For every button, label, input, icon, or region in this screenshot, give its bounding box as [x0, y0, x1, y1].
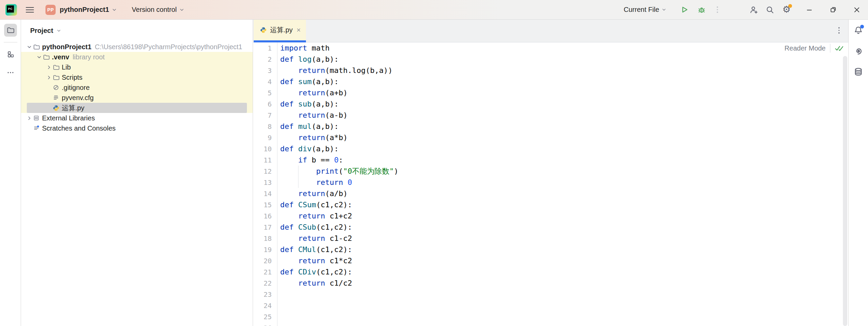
main-menu-hamburger-icon[interactable]: [26, 7, 34, 13]
code-line[interactable]: 16 return c1+c2: [253, 210, 848, 222]
project-avatar[interactable]: PP: [45, 5, 56, 15]
code-line[interactable]: 6def sub(a,b):: [253, 98, 848, 110]
version-control-menu[interactable]: Version control: [132, 6, 177, 14]
tree-item-Scripts[interactable]: Scripts: [21, 72, 253, 82]
debug-button[interactable]: [697, 5, 706, 14]
chevron-down-icon: [112, 7, 117, 13]
code-line-text: [277, 311, 280, 322]
line-number[interactable]: 21: [253, 266, 277, 277]
chevron-down-icon[interactable]: [35, 54, 43, 60]
editor-scrollbar[interactable]: [843, 56, 847, 326]
chevron-right-icon[interactable]: [25, 115, 33, 121]
project-name[interactable]: pythonProject1: [60, 6, 109, 14]
code-editor[interactable]: 1import math2def log(a,b):3 return(math.…: [253, 42, 848, 326]
project-panel-header[interactable]: Project: [21, 20, 253, 42]
line-number[interactable]: 8: [253, 121, 277, 132]
run-button[interactable]: [680, 5, 689, 14]
tree-item-pyvenv.cfg[interactable]: pyvenv.cfg: [21, 93, 253, 103]
tree-item-pythonProject1[interactable]: pythonProject1C:\Users\86198\PycharmProj…: [21, 42, 253, 52]
code-line[interactable]: 12 print("0不能为除数"): [253, 166, 848, 177]
code-line[interactable]: 22 return c1/c2: [253, 277, 848, 289]
tab-close-icon[interactable]: [296, 27, 301, 33]
tree-item-.venv[interactable]: .venvlibrary root: [21, 52, 253, 62]
code-line[interactable]: 18 return c1-c2: [253, 233, 848, 244]
code-line[interactable]: 23: [253, 289, 848, 300]
run-configuration-selector[interactable]: Current File: [624, 6, 659, 14]
line-number[interactable]: 4: [253, 76, 277, 87]
line-number[interactable]: 2: [253, 54, 277, 65]
code-line-text: return c1-c2: [277, 233, 352, 244]
code-line[interactable]: 7 return(a-b): [253, 110, 848, 121]
code-line[interactable]: 2def log(a,b):: [253, 54, 848, 65]
line-number[interactable]: 15: [253, 199, 277, 210]
line-number[interactable]: 19: [253, 244, 277, 255]
code-line[interactable]: 1import math: [253, 42, 848, 54]
database-icon[interactable]: [854, 67, 863, 76]
code-line[interactable]: 11 if b == 0:: [253, 154, 848, 166]
line-number[interactable]: 18: [253, 233, 277, 244]
line-number[interactable]: 7: [253, 110, 277, 121]
code-line[interactable]: 13 return 0: [253, 177, 848, 188]
window-close-button[interactable]: [853, 6, 861, 14]
code-line[interactable]: 10def div(a,b):: [253, 143, 848, 154]
editor-tab[interactable]: 运算.py: [254, 20, 306, 42]
settings-gear-icon[interactable]: ⚙: [783, 5, 791, 14]
line-number[interactable]: 17: [253, 222, 277, 233]
code-line[interactable]: 5 return(a+b): [253, 87, 848, 98]
line-number[interactable]: 5: [253, 87, 277, 98]
reader-mode-widget[interactable]: Reader Mode: [785, 44, 844, 53]
code-line[interactable]: 15def CSum(c1,c2):: [253, 199, 848, 210]
code-line[interactable]: 3 return(math.log(b,a)): [253, 65, 848, 76]
chevron-down-icon[interactable]: [25, 44, 33, 50]
line-number[interactable]: 12: [253, 166, 277, 177]
line-number[interactable]: 9: [253, 132, 277, 143]
line-number[interactable]: 10: [253, 143, 277, 154]
line-number[interactable]: 23: [253, 289, 277, 300]
code-line[interactable]: 4def sum(a,b):: [253, 76, 848, 87]
code-line[interactable]: 17def CSub(c1,c2):: [253, 222, 848, 233]
window-minimize-button[interactable]: [806, 6, 813, 14]
code-line[interactable]: 19def CMul(c1,c2):: [253, 244, 848, 255]
code-line[interactable]: 9 return(a*b): [253, 132, 848, 143]
line-number[interactable]: 24: [253, 300, 277, 311]
ai-assistant-icon[interactable]: [854, 46, 863, 56]
code-with-me-user-icon[interactable]: [749, 5, 758, 14]
code-line[interactable]: 8def mul(a,b):: [253, 121, 848, 132]
line-number[interactable]: 13: [253, 177, 277, 188]
line-number[interactable]: 25: [253, 311, 277, 322]
more-actions-icon[interactable]: [717, 6, 718, 13]
inspections-ok-check-icon[interactable]: [835, 45, 844, 52]
library-icon: [33, 115, 40, 121]
line-number[interactable]: 14: [253, 188, 277, 199]
tree-item-Lib[interactable]: Lib: [21, 62, 253, 72]
more-toolwindows-button[interactable]: [4, 66, 17, 79]
code-line[interactable]: 14 return(a/b): [253, 188, 848, 199]
line-number[interactable]: 11: [253, 154, 277, 166]
chevron-right-icon[interactable]: [45, 75, 53, 80]
line-number[interactable]: 16: [253, 210, 277, 222]
project-toolwindow-button[interactable]: [4, 24, 17, 37]
line-number[interactable]: 1: [253, 42, 277, 54]
code-line[interactable]: 26: [253, 322, 848, 326]
tree-item-External-Libraries[interactable]: External Libraries: [21, 113, 253, 123]
line-number[interactable]: 3: [253, 65, 277, 76]
code-line[interactable]: 24: [253, 300, 848, 311]
window-restore-button[interactable]: [829, 6, 837, 14]
ignore-icon: [53, 84, 59, 91]
code-line[interactable]: 25: [253, 311, 848, 322]
notifications-bell-icon[interactable]: [854, 26, 863, 35]
code-line[interactable]: 20 return c1*c2: [253, 255, 848, 266]
line-number[interactable]: 22: [253, 277, 277, 289]
search-icon[interactable]: [766, 5, 774, 14]
line-number[interactable]: 26: [253, 322, 277, 326]
code-line[interactable]: 21def CDiv(c1,c2):: [253, 266, 848, 277]
line-number[interactable]: 6: [253, 98, 277, 110]
chevron-right-icon[interactable]: [45, 64, 53, 70]
tab-options-icon[interactable]: [838, 27, 840, 34]
tree-item-运算.py[interactable]: 运算.py: [21, 103, 253, 113]
line-number[interactable]: 20: [253, 255, 277, 266]
tree-item-Scratches-and-Consoles[interactable]: Scratches and Consoles: [21, 123, 253, 133]
structure-toolwindow-button[interactable]: [4, 48, 17, 61]
code-line-text: [277, 322, 280, 326]
tree-item-.gitignore[interactable]: .gitignore: [21, 82, 253, 93]
